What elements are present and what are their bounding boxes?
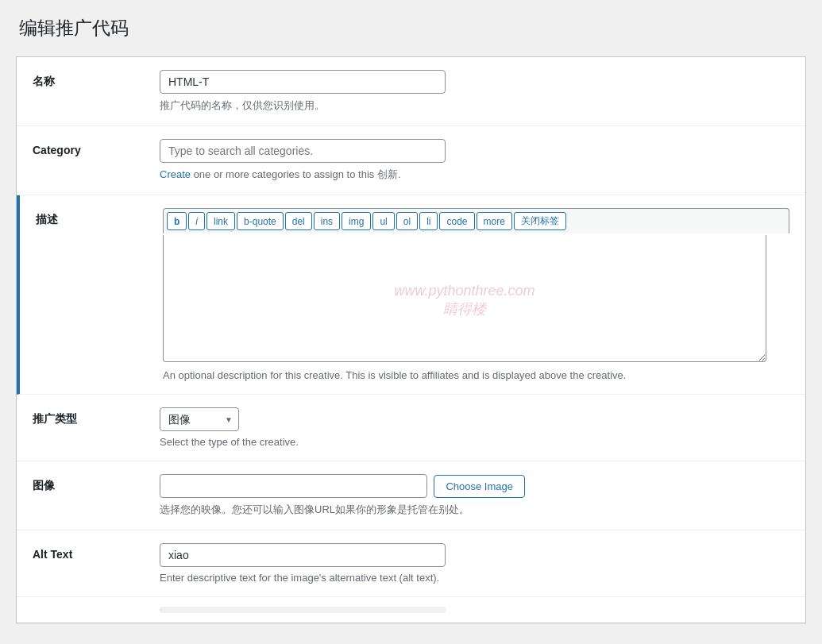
- description-row: 描述 b i link b-quote del ins img ul ol li…: [17, 195, 805, 395]
- description-label: 描述: [36, 208, 163, 227]
- toolbar-code-btn[interactable]: code: [439, 212, 474, 230]
- toolbar-close-tag-btn[interactable]: 关闭标签: [514, 212, 566, 230]
- toolbar-ins-btn[interactable]: ins: [314, 212, 340, 230]
- choose-image-button[interactable]: Choose Image: [434, 475, 525, 498]
- alt-text-row: Alt Text Enter descriptive text for the …: [17, 530, 805, 597]
- creative-type-field: 图像 文本 HTML ▼ Select the type of the crea…: [160, 407, 789, 448]
- toolbar-li-btn[interactable]: li: [419, 212, 438, 230]
- toolbar-ol-btn[interactable]: ol: [396, 212, 418, 230]
- category-hint: Create one or more categories to assign …: [160, 168, 789, 182]
- alt-text-label: Alt Text: [33, 543, 160, 561]
- image-hint: 选择您的映像。您还可以输入图像URL如果你的形象是托管在别处。: [160, 503, 789, 517]
- image-row: 图像 Choose Image 选择您的映像。您还可以输入图像URL如果你的形象…: [17, 461, 805, 530]
- image-field: Choose Image 选择您的映像。您还可以输入图像URL如果你的形象是托管…: [160, 474, 789, 517]
- creative-type-row: 推广类型 图像 文本 HTML ▼ Select the type of the…: [17, 395, 805, 461]
- alt-text-field: Enter descriptive text for the image's a…: [160, 543, 789, 584]
- toolbar-ul-btn[interactable]: ul: [372, 212, 394, 230]
- toolbar-bquote-btn[interactable]: b-quote: [237, 212, 284, 230]
- editor-toolbar: b i link b-quote del ins img ul ol li co…: [163, 208, 789, 233]
- category-label: Category: [33, 139, 160, 156]
- toolbar-more-btn[interactable]: more: [477, 212, 512, 230]
- creative-type-select[interactable]: 图像 文本 HTML: [160, 407, 239, 431]
- bottom-placeholder: [160, 607, 446, 613]
- bottom-field: [160, 607, 789, 613]
- form-container: 名称 推广代码的名称，仅供您识别使用。 Category Create one …: [16, 56, 806, 623]
- creative-type-select-wrapper: 图像 文本 HTML ▼: [160, 407, 239, 431]
- name-input[interactable]: [160, 70, 446, 94]
- bottom-label: [33, 607, 160, 611]
- alt-text-input[interactable]: [160, 543, 446, 567]
- description-hint: An optional description for this creativ…: [163, 369, 789, 381]
- category-input[interactable]: [160, 139, 446, 163]
- page-title: 编辑推广代码: [16, 16, 806, 40]
- page-container: 编辑推广代码 名称 推广代码的名称，仅供您识别使用。 Category Crea…: [0, 0, 822, 644]
- image-input-row: Choose Image: [160, 474, 525, 498]
- category-field: Create one or more categories to assign …: [160, 139, 789, 182]
- toolbar-del-btn[interactable]: del: [285, 212, 312, 230]
- creative-type-label: 推广类型: [33, 407, 160, 426]
- toolbar-i-btn[interactable]: i: [188, 212, 205, 230]
- name-field: 推广代码的名称，仅供您识别使用。: [160, 70, 789, 113]
- toolbar-img-btn[interactable]: img: [342, 212, 371, 230]
- image-label: 图像: [33, 474, 160, 493]
- toolbar-b-btn[interactable]: b: [167, 212, 187, 230]
- bottom-row: [17, 597, 805, 623]
- name-row: 名称 推广代码的名称，仅供您识别使用。: [17, 57, 805, 126]
- alt-text-hint: Enter descriptive text for the image's a…: [160, 572, 789, 584]
- name-label: 名称: [33, 70, 160, 89]
- creative-type-hint: Select the type of the creative.: [160, 436, 789, 448]
- toolbar-link-btn[interactable]: link: [206, 212, 235, 230]
- description-field: b i link b-quote del ins img ul ol li co…: [163, 208, 789, 381]
- description-textarea[interactable]: [163, 235, 766, 362]
- category-create-link[interactable]: Create: [160, 168, 191, 180]
- name-hint: 推广代码的名称，仅供您识别使用。: [160, 98, 789, 113]
- image-url-input[interactable]: [160, 474, 427, 498]
- category-row: Category Create one or more categories t…: [17, 126, 805, 195]
- editor-container: www.pythonthree.com睛得楼: [163, 235, 766, 364]
